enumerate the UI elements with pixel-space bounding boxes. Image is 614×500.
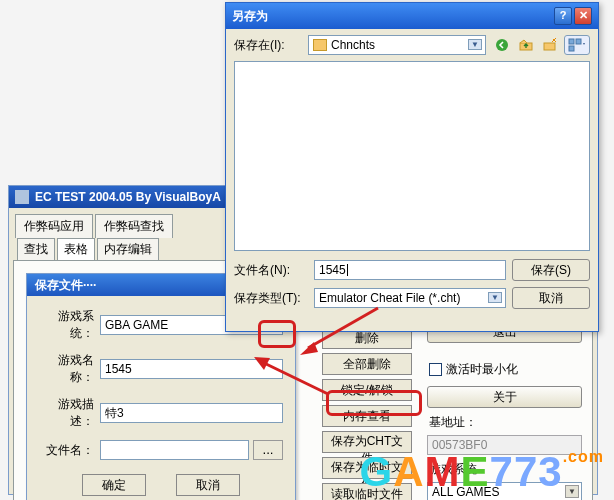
- base-address: 00573BF0: [427, 435, 582, 455]
- checkbox-icon: [429, 363, 442, 376]
- minimize-checkbox-row[interactable]: 激活时最小化: [427, 357, 582, 382]
- cancel-button[interactable]: 取消: [176, 474, 240, 496]
- tab-table[interactable]: 表格: [57, 238, 95, 260]
- minimize-label: 激活时最小化: [446, 361, 518, 378]
- dropdown-system-value: GBA GAME: [105, 318, 168, 332]
- label-filename-sa: 文件名(N):: [234, 262, 302, 279]
- input-gamedesc[interactable]: 特3: [100, 403, 283, 423]
- label-savein: 保存在(I):: [234, 37, 302, 54]
- app-icon: [15, 190, 29, 204]
- dropdown-gamesys-value: ALL GAMES: [432, 485, 500, 499]
- browse-button[interactable]: ...: [253, 440, 283, 460]
- svg-rect-2: [544, 43, 555, 50]
- svg-line-8: [262, 362, 328, 394]
- save-as-toolbar: [492, 35, 590, 55]
- file-listing[interactable]: [234, 61, 590, 251]
- input-filename-sa-value: 1545: [319, 263, 346, 277]
- btn-about[interactable]: 关于: [427, 386, 582, 408]
- input-gamedesc-value: 特3: [105, 405, 124, 422]
- save-as-titlebar: 另存为 ? ✕: [226, 3, 598, 29]
- svg-rect-4: [569, 46, 574, 51]
- save-as-title: 另存为: [232, 8, 268, 25]
- save-button[interactable]: 保存(S): [512, 259, 590, 281]
- svg-rect-3: [569, 39, 574, 44]
- back-icon[interactable]: [492, 35, 512, 55]
- input-filename-sa[interactable]: 1545: [314, 260, 506, 280]
- tab-search[interactable]: 查找: [17, 238, 55, 260]
- input-gamename-value: 1545: [105, 362, 132, 376]
- label-system: 游戏系统：: [39, 308, 94, 342]
- label-gamesys: 游戏系统: [427, 459, 582, 478]
- dropdown-savein[interactable]: Chnchts: [308, 35, 486, 55]
- btn-save-cht[interactable]: 保存为CHT文件: [322, 431, 412, 453]
- cancel-button-sa[interactable]: 取消: [512, 287, 590, 309]
- arrow-annotation-2: [250, 352, 340, 402]
- view-menu-icon[interactable]: [564, 35, 590, 55]
- input-filename[interactable]: [100, 440, 249, 460]
- ec-title-text: EC TEST 2004.05 By VisualBoyA: [35, 190, 221, 204]
- tab-cheat-search[interactable]: 作弊码查找: [95, 214, 173, 238]
- label-filename: 文件名：: [39, 442, 94, 459]
- help-button[interactable]: ?: [554, 7, 572, 25]
- label-base: 基地址：: [427, 412, 582, 431]
- dropdown-savein-value: Chnchts: [331, 38, 375, 52]
- dropdown-gamesys[interactable]: ALL GAMES: [427, 482, 582, 500]
- save-as-dialog: 另存为 ? ✕ 保存在(I): Chnchts 文件名(N): [225, 2, 599, 332]
- svg-rect-5: [576, 39, 581, 44]
- svg-point-0: [496, 39, 508, 51]
- ok-button[interactable]: 确定: [82, 474, 146, 496]
- btn-memview[interactable]: 内存查看: [322, 405, 412, 427]
- folder-icon: [313, 39, 327, 51]
- svg-line-6: [308, 308, 378, 348]
- btn-read-temp[interactable]: 读取临时文件: [322, 483, 412, 500]
- up-folder-icon[interactable]: [516, 35, 536, 55]
- arrow-annotation-1: [300, 300, 400, 360]
- close-button[interactable]: ✕: [574, 7, 592, 25]
- tab-memedit[interactable]: 内存编辑: [97, 238, 159, 260]
- label-gamedesc: 游戏描述：: [39, 396, 94, 430]
- label-filetype: 保存类型(T):: [234, 290, 302, 307]
- new-folder-icon[interactable]: [540, 35, 560, 55]
- tab-cheat-apply[interactable]: 作弊码应用: [15, 214, 93, 238]
- btn-save-temp[interactable]: 保存为临时文件: [322, 457, 412, 479]
- caret-icon: [347, 264, 348, 276]
- label-gamename: 游戏名称：: [39, 352, 94, 386]
